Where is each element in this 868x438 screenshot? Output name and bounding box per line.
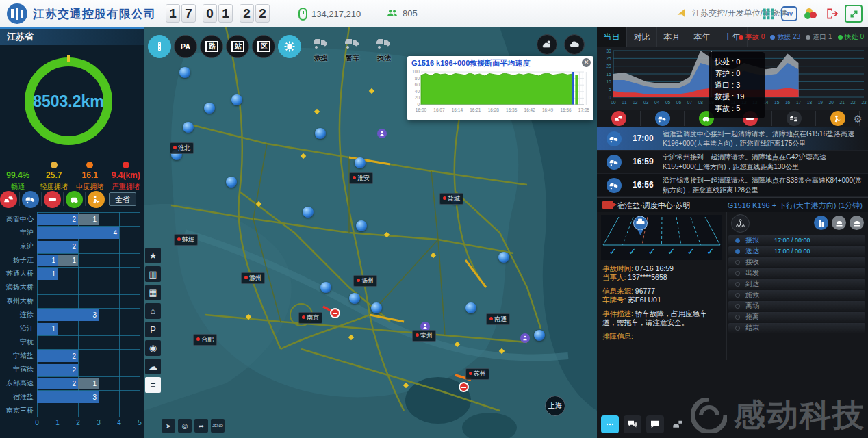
mini-tool-jeno[interactable]: JENO bbox=[211, 419, 225, 433]
rescue-filter-icon[interactable] bbox=[22, 191, 39, 208]
construction-filter-icon[interactable] bbox=[88, 191, 105, 208]
legend-item[interactable]: 快处 0 bbox=[838, 32, 864, 42]
cluster-marker[interactable] bbox=[231, 94, 242, 105]
dome-camera-icon[interactable] bbox=[850, 216, 864, 230]
wechat-icon[interactable] bbox=[624, 415, 641, 433]
chat-icon[interactable] bbox=[601, 415, 619, 433]
logout-icon[interactable] bbox=[825, 7, 839, 21]
org-chart-icon[interactable] bbox=[731, 214, 750, 233]
tab-本年[interactable]: 本年 bbox=[687, 27, 717, 47]
quick-clear-filter-icon[interactable] bbox=[66, 191, 83, 208]
settings-gear-icon[interactable]: ⚙ bbox=[854, 113, 863, 125]
mini-tool-camera[interactable]: ◎ bbox=[178, 419, 192, 433]
all-province-button[interactable]: 全省 bbox=[109, 192, 136, 206]
map-city-label[interactable]: 滁州 bbox=[241, 272, 265, 284]
map-city-label[interactable]: 合肥 bbox=[193, 334, 217, 346]
cluster-marker[interactable] bbox=[204, 103, 215, 114]
unit-icon[interactable] bbox=[814, 216, 828, 230]
cluster-marker[interactable] bbox=[315, 128, 326, 139]
congestion-filter-icon[interactable] bbox=[787, 111, 802, 126]
control-filter-icon[interactable] bbox=[44, 191, 61, 208]
accident-filter-icon[interactable] bbox=[0, 191, 17, 208]
workflow-step[interactable]: 施救 bbox=[728, 290, 865, 300]
cluster-marker[interactable] bbox=[320, 282, 331, 293]
mini-tool-send[interactable]: ➤ bbox=[162, 419, 175, 433]
workflow-step[interactable]: 结束 bbox=[728, 323, 865, 333]
map-city-label[interactable]: 扬州 bbox=[353, 275, 377, 287]
rescue-filter-icon[interactable] bbox=[655, 111, 670, 126]
map-tool-parking[interactable]: P bbox=[145, 322, 161, 337]
mini-tool-arrow[interactable]: ➦ bbox=[194, 419, 208, 433]
legend-item[interactable]: 救援 23 bbox=[770, 32, 800, 42]
vehicle-legend-item[interactable]: 执法 bbox=[372, 34, 396, 63]
map-tool-cloud[interactable]: ☁ bbox=[145, 359, 161, 374]
dome-camera-icon[interactable] bbox=[832, 216, 846, 230]
event-row[interactable]: 17:00宿淮盐调度中心接到一起清障请求。清障地点在G1516盐洛高速K196+… bbox=[597, 127, 868, 151]
vehicle-legend-item[interactable]: 救援 bbox=[309, 34, 333, 63]
tab-本月[interactable]: 本月 bbox=[657, 27, 687, 47]
event-row[interactable]: 16:59宁沪常州接到一起清障请求。清障地点在G42沪蓉高速K155+000(上… bbox=[597, 151, 868, 174]
patrol-person-marker[interactable] bbox=[520, 333, 530, 343]
cluster-marker[interactable] bbox=[183, 122, 194, 133]
cluster-marker[interactable] bbox=[371, 302, 382, 313]
map-city-label[interactable]: 盐城 bbox=[439, 193, 463, 205]
palette-icon[interactable] bbox=[804, 7, 819, 21]
station-sign-filter[interactable]: 站 bbox=[226, 35, 249, 58]
map-city-label[interactable]: 常州 bbox=[412, 330, 436, 342]
legend-item[interactable]: 事故 0 bbox=[739, 32, 765, 42]
cluster-marker[interactable] bbox=[355, 157, 366, 168]
road-closed-marker[interactable] bbox=[330, 308, 340, 318]
4v-badge[interactable]: 4V bbox=[781, 6, 797, 21]
map-tool-star[interactable]: ★ bbox=[145, 248, 161, 263]
cluster-marker[interactable] bbox=[534, 330, 545, 341]
vehicle-legend-item[interactable]: 警车 bbox=[341, 34, 364, 63]
cluster-marker[interactable] bbox=[179, 67, 190, 78]
legend-item[interactable]: 道口 1 bbox=[806, 32, 832, 42]
camera-filter[interactable]: PA bbox=[174, 35, 197, 58]
cluster-marker[interactable] bbox=[349, 293, 360, 304]
map-tool-road-camera[interactable]: ◉ bbox=[145, 340, 161, 356]
tab-当日[interactable]: 当日 bbox=[597, 27, 627, 47]
map-city-label[interactable]: 苏州 bbox=[465, 368, 489, 380]
map-tool-column-chart[interactable]: ▦ bbox=[145, 285, 161, 300]
message-bubble-icon[interactable] bbox=[646, 415, 664, 433]
workflow-step[interactable]: 送达17:00 / 00:00 bbox=[728, 246, 865, 256]
workflow-step[interactable]: 拖离 bbox=[728, 312, 865, 322]
map-tool-bar-chart[interactable]: ▥ bbox=[145, 266, 161, 282]
weather-layer-button[interactable] bbox=[278, 35, 301, 58]
tab-对比[interactable]: 对比 bbox=[627, 27, 657, 47]
cluster-marker[interactable] bbox=[498, 252, 509, 263]
weather-cloud-sun-icon[interactable] bbox=[537, 34, 557, 55]
cluster-marker[interactable] bbox=[465, 302, 476, 313]
event-row[interactable]: 16:56沿江锡常接到一起清障请求。清障地点在S38常合高速K84+000(常熟… bbox=[597, 174, 868, 197]
traffic-light-filter[interactable] bbox=[148, 35, 171, 58]
apps-grid-icon[interactable] bbox=[761, 7, 775, 21]
map-city-label[interactable]: 南通 bbox=[486, 313, 510, 325]
cluster-marker[interactable] bbox=[226, 177, 237, 188]
patrol-person-marker[interactable] bbox=[377, 129, 387, 138]
map-city-label[interactable]: 蚌埠 bbox=[174, 234, 198, 246]
map-city-label[interactable]: 南京 bbox=[298, 312, 322, 324]
area-sign-filter[interactable]: 区 bbox=[252, 35, 275, 58]
map-label-shanghai[interactable]: 上海 bbox=[545, 396, 565, 416]
construction-filter-icon[interactable] bbox=[830, 111, 845, 126]
workflow-step[interactable]: 到达 bbox=[728, 279, 865, 289]
speed-popup[interactable]: G1516 k196+000救援断面平均速度 ✕ 02040608010016:… bbox=[407, 56, 593, 120]
popup-close-icon[interactable]: ✕ bbox=[582, 58, 591, 67]
province-map[interactable]: 淮北淮安盐城蚌埠扬州滁州南京合肥南通常州苏州 PA 路 站 区 救援警车执法 G… bbox=[144, 27, 597, 438]
map-city-label[interactable]: 淮北 bbox=[170, 142, 194, 154]
road-sign-filter[interactable]: 路 bbox=[200, 35, 223, 58]
road-closed-marker[interactable] bbox=[459, 382, 469, 392]
workflow-step[interactable]: 离场 bbox=[728, 301, 865, 311]
map-tool-home[interactable]: ⌂ bbox=[145, 303, 161, 319]
car-message-icon[interactable] bbox=[669, 415, 687, 433]
weather-cloud-icon[interactable] bbox=[564, 34, 585, 55]
accident-filter-icon[interactable] bbox=[611, 111, 626, 126]
map-tool-menu[interactable]: ≡ bbox=[145, 377, 161, 393]
fullscreen-icon[interactable] bbox=[845, 5, 863, 23]
cluster-marker[interactable] bbox=[303, 207, 314, 218]
workflow-step[interactable]: 接收 bbox=[728, 257, 865, 267]
map-city-label[interactable]: 淮安 bbox=[349, 172, 373, 184]
workflow-step[interactable]: 接报17:00 / 00:00 bbox=[728, 235, 865, 245]
workflow-step[interactable]: 出发 bbox=[728, 268, 865, 278]
